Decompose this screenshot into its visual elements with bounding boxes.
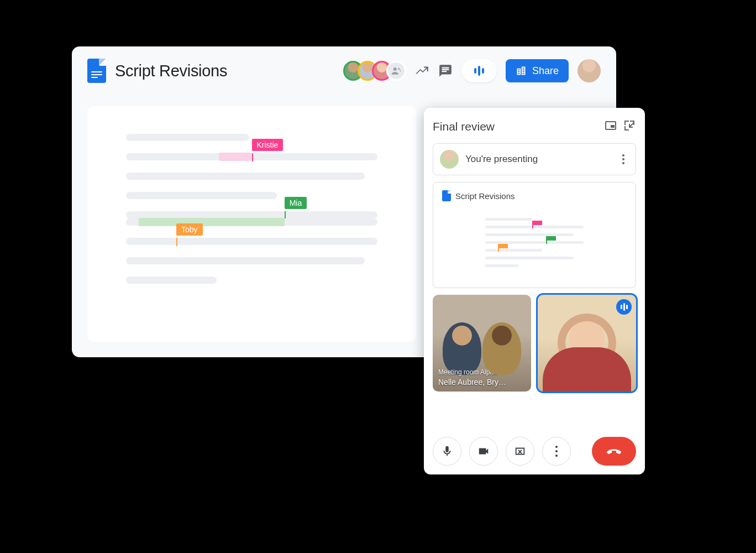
document-text-line: Toby	[126, 238, 377, 245]
activity-trend-icon[interactable]	[415, 64, 429, 78]
screen-share-preview[interactable]: Script Revisions	[433, 182, 636, 288]
share-button[interactable]: Share	[506, 59, 569, 82]
meet-header: Final review	[433, 117, 636, 137]
document-page[interactable]: Kristie Mia Toby	[87, 106, 416, 342]
presenting-more-icon[interactable]	[618, 154, 629, 164]
camera-button[interactable]	[469, 437, 498, 466]
docs-app-icon	[442, 190, 451, 201]
account-avatar[interactable]	[578, 59, 601, 82]
document-text-line	[126, 276, 217, 284]
more-options-button[interactable]	[542, 437, 571, 466]
collaborator-avatar-anonymous[interactable]	[386, 61, 406, 81]
docs-app-icon	[87, 59, 106, 83]
microphone-button[interactable]	[433, 437, 461, 466]
document-title[interactable]: Script Revisions	[115, 62, 227, 80]
document-text-line: Kristie	[126, 153, 377, 160]
comments-icon[interactable]	[438, 64, 453, 78]
screen-share-preview-title: Script Revisions	[455, 191, 515, 201]
speaking-indicator-icon	[616, 299, 632, 315]
document-text-line	[126, 218, 377, 226]
document-text-line	[126, 257, 365, 264]
collaborator-cursor-toby: Toby	[176, 225, 203, 234]
document-text-line	[126, 192, 277, 199]
picture-in-picture-icon[interactable]	[604, 119, 617, 134]
meeting-title: Final review	[433, 120, 599, 133]
stop-presenting-button[interactable]	[506, 437, 534, 466]
meet-controls	[433, 434, 636, 466]
camera-icon	[477, 445, 490, 457]
participant-names: Nelle Aubree, Bry…	[438, 378, 506, 387]
presenting-status-bar[interactable]: You're presenting	[433, 143, 636, 175]
participant-tile[interactable]: Meeting room Alpha Nelle Aubree, Bry…	[433, 295, 531, 392]
presenter-avatar	[440, 150, 459, 169]
hang-up-icon	[606, 443, 622, 460]
hang-up-button[interactable]	[592, 437, 636, 466]
microphone-icon	[441, 445, 453, 457]
stop-present-icon	[514, 445, 526, 457]
pop-out-icon[interactable]	[623, 119, 636, 134]
document-text-line	[126, 134, 249, 141]
participant-tile[interactable]: Maddi	[538, 295, 636, 392]
meet-panel: Final review You're presenting Script Re…	[424, 108, 645, 474]
share-button-label: Share	[532, 65, 559, 77]
share-building-icon	[516, 65, 527, 76]
document-text-line	[126, 173, 365, 180]
collaborator-avatar-stack[interactable]	[343, 61, 406, 81]
collaborator-cursor-mia: Mia	[285, 198, 307, 208]
collaborator-cursor-kristie: Kristie	[252, 140, 284, 150]
svg-point-3	[400, 71, 401, 72]
svg-point-1	[398, 68, 400, 70]
join-call-button[interactable]	[461, 59, 497, 82]
presenting-status-text: You're presenting	[465, 154, 611, 165]
participant-room-label: Meeting room Alpha	[438, 368, 526, 377]
svg-point-0	[393, 67, 397, 71]
participant-names: Maddi	[543, 378, 564, 387]
svg-point-2	[400, 69, 401, 70]
svg-rect-5	[611, 125, 615, 128]
screen-share-preview-thumbnail	[476, 207, 592, 279]
participant-tiles: Meeting room Alpha Nelle Aubree, Bry… Ma…	[433, 295, 636, 392]
docs-header: Script Revisions Share	[72, 46, 616, 95]
